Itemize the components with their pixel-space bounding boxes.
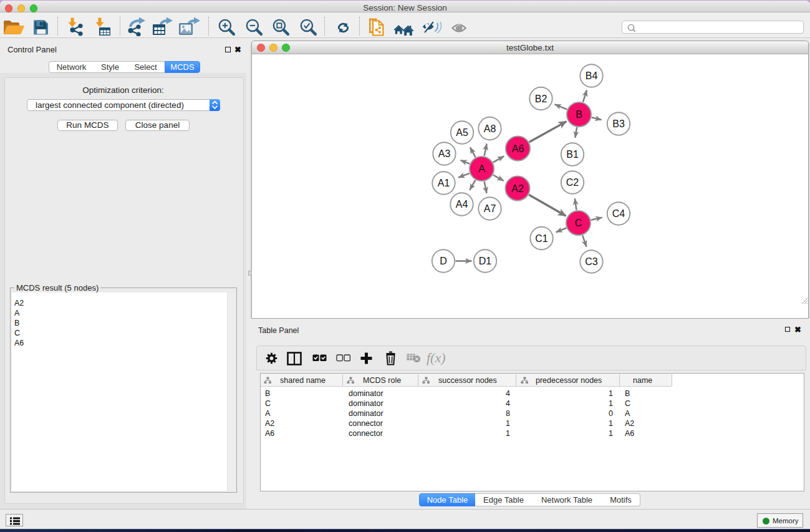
svg-text:A2: A2	[511, 183, 524, 194]
svg-text:A8: A8	[484, 123, 496, 134]
svg-text:B2: B2	[535, 94, 547, 104]
svg-text:B: B	[576, 109, 582, 120]
svg-text:A5: A5	[456, 127, 468, 138]
svg-text:C4: C4	[612, 208, 625, 219]
svg-text:C: C	[575, 218, 582, 228]
svg-text:A6: A6	[512, 143, 524, 154]
svg-text:C1: C1	[535, 233, 548, 244]
svg-text:B1: B1	[566, 149, 579, 160]
svg-text:D1: D1	[479, 256, 492, 266]
svg-text:B3: B3	[612, 118, 625, 129]
svg-text:C2: C2	[566, 177, 579, 188]
svg-text:A3: A3	[438, 148, 451, 159]
svg-text:A7: A7	[484, 203, 496, 214]
svg-text:A4: A4	[456, 199, 468, 210]
svg-text:A: A	[478, 163, 485, 174]
svg-text:B4: B4	[586, 70, 598, 81]
svg-text:A1: A1	[438, 178, 450, 188]
svg-text:C3: C3	[585, 256, 598, 267]
svg-text:D: D	[440, 256, 447, 266]
